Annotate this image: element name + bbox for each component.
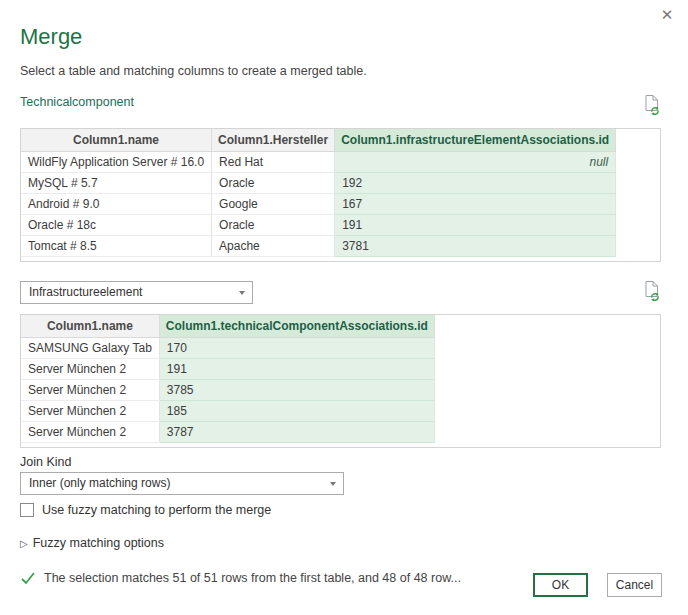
dialog-subtitle: Select a table and matching columns to c… — [20, 64, 367, 78]
cancel-button[interactable]: Cancel — [607, 573, 662, 597]
table-row: Oracle # 18c Oracle 191 — [21, 214, 616, 235]
second-table-selector-value: Infrastructureelement — [29, 285, 142, 299]
first-table-preview: Column1.name Column1.Hersteller Column1.… — [20, 128, 661, 262]
refresh-preview-icon[interactable] — [642, 280, 662, 302]
join-kind-value: Inner (only matching rows) — [29, 476, 170, 490]
ok-button[interactable]: OK — [533, 573, 588, 597]
fuzzy-matching-checkbox-label[interactable]: Use fuzzy matching to perform the merge — [42, 503, 271, 517]
table-row: MySQL # 5.7 Oracle 192 — [21, 172, 616, 193]
second-table: Column1.name Column1.technicalComponentA… — [21, 315, 435, 443]
chevron-down-icon — [239, 291, 245, 295]
chevron-down-icon — [330, 482, 336, 486]
table-row: Server München 2 3787 — [21, 421, 434, 442]
merge-dialog: ✕ Merge Select a table and matching colu… — [0, 0, 688, 615]
refresh-preview-icon[interactable] — [642, 94, 662, 116]
join-kind-label: Join Kind — [20, 455, 71, 469]
expander-arrow-icon: ▷ — [20, 538, 28, 549]
match-status-text: The selection matches 51 of 51 rows from… — [44, 571, 461, 585]
table-header-row: Column1.name Column1.Hersteller Column1.… — [21, 129, 616, 151]
column-header-selected[interactable]: Column1.technicalComponentAssociations.i… — [159, 315, 434, 337]
first-table: Column1.name Column1.Hersteller Column1.… — [21, 129, 616, 257]
column-header-selected[interactable]: Column1.infrastructureElementAssociation… — [335, 129, 616, 151]
close-icon[interactable]: ✕ — [656, 4, 678, 26]
column-header[interactable]: Column1.Hersteller — [212, 129, 335, 151]
table-row: Server München 2 3785 — [21, 379, 434, 400]
table-row: Server München 2 185 — [21, 400, 434, 421]
fuzzy-matching-checkbox[interactable] — [20, 503, 34, 517]
first-table-name: Technicalcomponent — [20, 95, 134, 109]
table-row: Server München 2 191 — [21, 358, 434, 379]
checkmark-icon — [21, 572, 35, 585]
table-header-row: Column1.name Column1.technicalComponentA… — [21, 315, 434, 337]
column-header[interactable]: Column1.name — [21, 315, 159, 337]
table-row: SAMSUNG Galaxy Tab 170 — [21, 337, 434, 358]
table-row: Android # 9.0 Google 167 — [21, 193, 616, 214]
table-row: Tomcat # 8.5 Apache 3781 — [21, 235, 616, 256]
fuzzy-options-label: Fuzzy matching options — [33, 536, 164, 550]
second-table-selector[interactable]: Infrastructureelement — [20, 281, 253, 304]
fuzzy-matching-checkbox-row: Use fuzzy matching to perform the merge — [20, 503, 271, 517]
match-status: The selection matches 51 of 51 rows from… — [21, 571, 461, 585]
dialog-title: Merge — [20, 24, 82, 50]
column-header[interactable]: Column1.name — [21, 129, 212, 151]
join-kind-select[interactable]: Inner (only matching rows) — [20, 472, 344, 495]
table-row: WildFly Application Server # 16.0 Red Ha… — [21, 151, 616, 172]
fuzzy-options-expander[interactable]: ▷Fuzzy matching options — [20, 536, 164, 550]
second-table-preview: Column1.name Column1.technicalComponentA… — [20, 314, 661, 448]
